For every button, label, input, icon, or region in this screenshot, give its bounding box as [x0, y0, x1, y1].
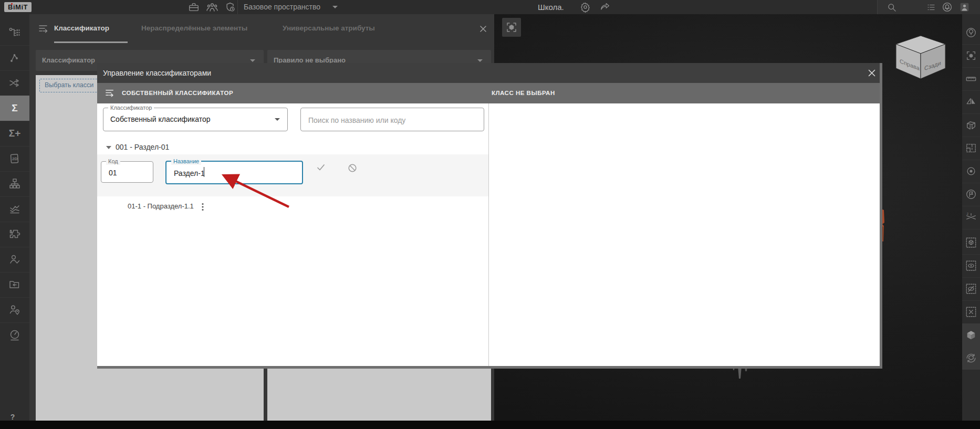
toolbar-show-button[interactable]: [962, 254, 980, 278]
pane-divider: [488, 103, 489, 366]
svg-text:2D: 2D: [12, 156, 17, 161]
sidebar-item-hierarchy[interactable]: [0, 171, 29, 197]
sidebar-item-dashboard[interactable]: [0, 322, 29, 348]
toolbar-axes-button[interactable]: 2: [962, 206, 980, 229]
list-icon[interactable]: [926, 3, 936, 12]
modal-subheader: СОБСТВЕННЫЙ КЛАССИФИКАТОР КЛАСС НЕ ВЫБРА…: [97, 83, 880, 103]
frame-hexagon-icon: [965, 50, 977, 61]
panel-menu-icon[interactable]: [38, 23, 49, 35]
navigation-cube[interactable]: Справа Сзади: [894, 35, 947, 80]
sidebar-item-classifier-add[interactable]: Σ+: [0, 121, 29, 147]
cube-refresh-icon: [965, 352, 977, 364]
cancel-icon[interactable]: [348, 163, 357, 173]
org-chart-icon: [8, 177, 21, 190]
search-field[interactable]: [300, 108, 484, 131]
tree-child-label: 01-1 - Подраздел-1.1: [128, 202, 194, 210]
ruler-icon: [965, 73, 977, 85]
gear-icon[interactable]: [580, 2, 591, 13]
toolbar-isolate-button[interactable]: [962, 231, 980, 255]
tab-universal-attributes[interactable]: Универсальные атрибуты: [283, 14, 375, 42]
classifier-filter-label: Классификатор: [42, 50, 95, 71]
selection-eye-icon: [965, 260, 977, 271]
flag-circle-icon: [965, 189, 977, 200]
sidebar-item-mapping[interactable]: [0, 70, 29, 96]
sidebar-item-connections[interactable]: [0, 45, 29, 71]
kebab-menu-icon[interactable]: [199, 202, 206, 212]
sigma-plus-icon: Σ+: [9, 128, 21, 139]
sidebar-item-2d[interactable]: 2D: [0, 146, 29, 172]
help-button[interactable]: ?: [7, 412, 18, 422]
code-input[interactable]: [108, 162, 139, 183]
panel-close-icon[interactable]: [479, 25, 487, 33]
team-icon[interactable]: [206, 2, 218, 13]
sheet-2d-icon: 2D: [8, 152, 21, 165]
tree-expand-icon[interactable]: [106, 146, 111, 149]
modal-titlebar: Управление классификаторами: [97, 63, 880, 83]
chevron-down-icon[interactable]: [332, 6, 338, 8]
toolbar-box-section-button[interactable]: [962, 113, 980, 137]
tree-structure-icon: [8, 26, 21, 39]
viewport-toolbar: 2: [962, 14, 980, 421]
selection-cube-icon: [965, 237, 977, 248]
workspace-selector[interactable]: Базовое пространство: [244, 0, 320, 14]
toolbar-floorplan-button[interactable]: [962, 137, 980, 160]
chevron-down-icon: [250, 59, 255, 62]
search-icon[interactable]: [887, 2, 897, 13]
toolbar-reload-model-button[interactable]: [962, 347, 980, 370]
toolbar-solid-mode-button[interactable]: [962, 323, 980, 347]
solid-cube-icon: [965, 329, 977, 341]
folder-import-icon: [8, 278, 21, 291]
left-pane-header: СОБСТВЕННЫЙ КЛАССИФИКАТОР: [122, 83, 233, 103]
toolbar-locate-button[interactable]: [962, 160, 980, 183]
toolbar-hide-button[interactable]: [962, 277, 980, 301]
connector-icon: [8, 51, 21, 64]
tab-classifier[interactable]: Классификатор: [54, 14, 109, 42]
classifier-menu-icon[interactable]: [105, 88, 116, 99]
svg-text:2: 2: [967, 212, 968, 215]
active-tab-underline: [54, 41, 128, 43]
sidebar-item-import[interactable]: [0, 272, 29, 298]
chevron-down-icon: [275, 118, 280, 121]
notifications-icon[interactable]: [942, 2, 953, 13]
person-check-icon: [8, 253, 21, 266]
toolbar-section-plane-button[interactable]: [962, 90, 980, 114]
application-window: Справа Сзади Классификатор Нераспределён…: [0, 0, 980, 429]
classifier-select[interactable]: Классификатор Собственный классификатор: [103, 108, 288, 131]
focus-selection-button[interactable]: [502, 18, 521, 37]
sidebar-item-plugins[interactable]: [0, 222, 29, 247]
account-icon[interactable]: [959, 2, 970, 13]
box-3d-icon: [965, 119, 977, 131]
sidebar-item-approvals[interactable]: [0, 247, 29, 273]
toolbar-flag-button[interactable]: [962, 183, 980, 206]
modal-title: Управление классификаторами: [103, 63, 211, 83]
gauge-icon: [8, 329, 21, 341]
toolbar-select-group-button[interactable]: [962, 44, 980, 68]
toolbar-measure-button[interactable]: [962, 67, 980, 91]
chevron-down-icon: [477, 59, 483, 62]
focus-selection-icon: [505, 21, 518, 34]
flip-icon: [965, 96, 977, 108]
sidebar-item-analytics[interactable]: [0, 196, 29, 222]
confirm-icon[interactable]: [316, 163, 326, 172]
briefcase-icon[interactable]: [188, 2, 200, 13]
selection-eye-off-icon: [965, 283, 977, 295]
share-icon[interactable]: [600, 2, 611, 12]
app-logo: BiMiT: [4, 2, 32, 12]
modal-close-icon[interactable]: [868, 69, 876, 77]
code-field[interactable]: Код: [101, 161, 153, 183]
axes-2-icon: 2: [965, 212, 977, 223]
tab-undistributed-elements[interactable]: Нераспределённые элементы: [141, 14, 247, 42]
shuffle-icon: [8, 77, 21, 89]
shield-clock-icon[interactable]: [225, 2, 236, 13]
annotation-arrow: [212, 167, 296, 212]
puzzle-icon: [8, 228, 21, 240]
sidebar-item-assignments[interactable]: [0, 297, 29, 323]
sidebar-item-classifier[interactable]: Σ: [0, 96, 29, 121]
toolbar-clear-selection-button[interactable]: [962, 300, 980, 324]
tree-root-label: 001 - Раздел-01: [116, 143, 169, 151]
sidebar-item-structure[interactable]: [0, 20, 29, 46]
toolbar-vegetation-button[interactable]: [962, 21, 980, 45]
tree-row-root[interactable]: 001 - Раздел-01: [97, 141, 488, 154]
search-input[interactable]: [307, 108, 470, 132]
classifier-select-value: Собственный классификатор: [110, 108, 211, 131]
